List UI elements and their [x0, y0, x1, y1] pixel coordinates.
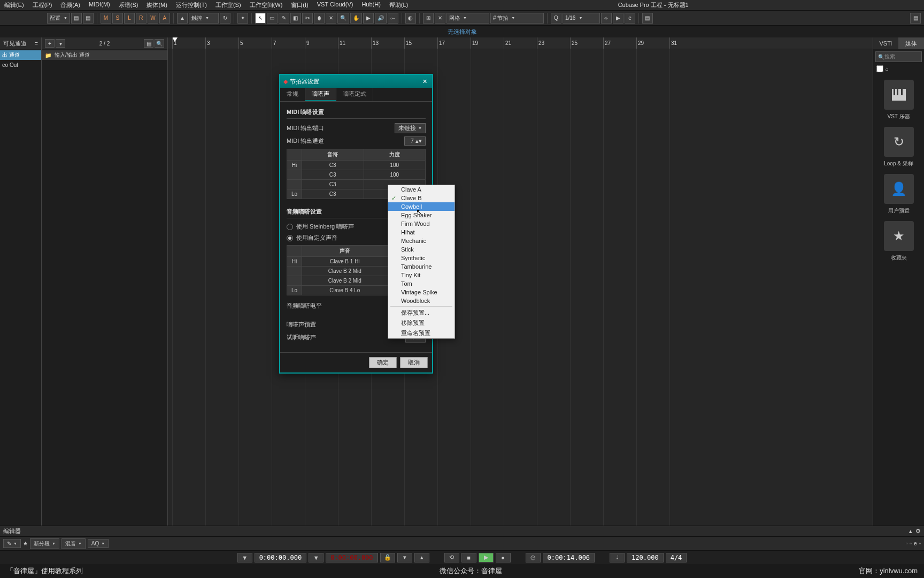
add-track-button[interactable]: +	[45, 39, 55, 48]
touch-dropdown[interactable]: 触控	[189, 13, 219, 24]
ctx-item-tambourine[interactable]: Tambourine	[388, 262, 455, 271]
cycle-button[interactable]: ⟲	[444, 553, 459, 562]
cell-sound[interactable]: Clave B 2 Mid	[302, 276, 388, 286]
tool-play[interactable]: ▶	[363, 13, 374, 24]
menu-project[interactable]: 工程(P)	[33, 1, 52, 9]
tool-dd[interactable]: ✎	[3, 539, 21, 548]
midi-channel-spinner[interactable]: 7 ▴▾	[404, 136, 426, 146]
lz-icon-2[interactable]: ▫	[910, 541, 912, 546]
punch-btn-2[interactable]: ▴	[414, 553, 429, 562]
dialog-titlebar[interactable]: ◆ 节拍器设置 ✕	[280, 75, 432, 88]
ctx-item-tiny-kit[interactable]: Tiny Kit	[388, 271, 455, 279]
channel-item[interactable]: eo Out	[0, 60, 41, 70]
ctx-item-tom[interactable]: Tom	[388, 279, 455, 288]
solo-button[interactable]: S	[112, 13, 123, 24]
menu-studio[interactable]: 工作室(S)	[215, 1, 241, 9]
tool-undo[interactable]: ↻	[220, 13, 230, 24]
tab-click-sounds[interactable]: 嘀嗒声	[305, 88, 336, 101]
left-locator[interactable]: 0:00:00.000	[255, 553, 306, 562]
media-search[interactable]: 🔍 搜索	[875, 51, 922, 62]
ok-button[interactable]: 确定	[369, 357, 397, 368]
track-view-button[interactable]: ▤	[144, 39, 153, 48]
record-button[interactable]: ●	[496, 553, 511, 562]
stop-transport-button[interactable]: ■	[461, 553, 476, 562]
toolbar-icon-2[interactable]: ▤	[83, 13, 94, 24]
a-button[interactable]: A	[159, 13, 170, 24]
cell-note[interactable]: C3	[302, 180, 364, 189]
ctx-rename-preset[interactable]: 重命名预置	[388, 328, 455, 338]
tool-split[interactable]: ✂	[302, 13, 313, 24]
aq-button[interactable]: AQ	[88, 539, 109, 548]
punch-btn-1[interactable]: ▾	[397, 553, 412, 562]
time-display[interactable]: 0:00:14.006	[543, 553, 595, 562]
cancel-button[interactable]: 取消	[400, 357, 428, 368]
tab-general[interactable]: 常规	[280, 88, 305, 101]
media-home-check[interactable]	[876, 65, 883, 72]
tool-pointer[interactable]: ↖	[255, 13, 266, 24]
cell-velocity[interactable]: 100	[364, 170, 426, 180]
track-search-button[interactable]: 🔍	[155, 39, 164, 48]
punch-in-icon[interactable]: 🔒	[380, 553, 395, 562]
cell-sound[interactable]: Clave B 4 Lo	[302, 286, 388, 295]
tool-glue[interactable]: ⬮	[314, 13, 325, 24]
menu-edit[interactable]: 编辑(E)	[4, 1, 24, 9]
track-row-io[interactable]: 📁 输入/输出 通道	[42, 50, 167, 60]
punch-dd[interactable]: 新分段	[30, 538, 59, 549]
automation-icon[interactable]: ▲	[177, 13, 188, 24]
tool-zoom[interactable]: 🔍	[337, 13, 349, 24]
cell-note[interactable]: C3	[302, 189, 364, 199]
tempo-icon[interactable]: ♩	[610, 553, 625, 562]
grid-dropdown[interactable]: 网格	[446, 13, 489, 24]
ctx-item-woodblock[interactable]: Woodblock	[388, 296, 455, 305]
menu-help[interactable]: 帮助(L)	[389, 1, 408, 9]
ctx-item-mechanic[interactable]: Mechanic	[388, 237, 455, 245]
layout-btn[interactable]: ▤	[642, 13, 653, 24]
block-favorites[interactable]: ★ 收藏夹	[875, 221, 922, 262]
config-dropdown[interactable]: 配置	[47, 13, 70, 24]
tool-mute[interactable]: ✕	[326, 13, 336, 24]
write-button[interactable]: W	[148, 13, 158, 24]
read-button[interactable]: R	[136, 13, 147, 24]
tool-hand[interactable]: ✋	[350, 13, 362, 24]
editor-expand-icon[interactable]: ▴	[909, 528, 912, 535]
menu-vstcloud[interactable]: VST Cloud(V)	[317, 1, 353, 9]
listen-button[interactable]: L	[124, 13, 135, 24]
block-loops[interactable]: ↻ Loop & 采样	[875, 127, 922, 168]
mix-dd[interactable]: 混音	[61, 538, 86, 549]
mute-button[interactable]: M	[101, 13, 111, 24]
beat-dropdown[interactable]: # 节拍	[490, 13, 544, 24]
ctx-item-synthetic[interactable]: Synthetic	[388, 254, 455, 262]
cell-note[interactable]: C3	[302, 161, 364, 170]
right-locator[interactable]: 0:00:00.000	[326, 553, 378, 562]
tempo-display[interactable]: 120.000	[627, 553, 664, 562]
marker-left-icon[interactable]: ▼	[237, 553, 252, 562]
block-vst-instruments[interactable]: VST 乐器	[875, 80, 922, 120]
ctx-item-clave-a[interactable]: Clave A	[388, 185, 455, 194]
close-button[interactable]: ✕	[420, 77, 429, 86]
ctx-item-cowbell[interactable]: Cowbell	[388, 202, 455, 211]
snap-toggle[interactable]: ⊞	[423, 13, 434, 24]
ctx-item-stick[interactable]: Stick	[388, 245, 455, 254]
snap-cross[interactable]: ✕	[435, 13, 445, 24]
midi-port-dropdown[interactable]: 未链接	[395, 123, 426, 133]
menu-media[interactable]: 媒体(M)	[147, 1, 167, 9]
play-button[interactable]: ▶	[479, 553, 494, 562]
lz-icon-3[interactable]: e	[914, 541, 917, 546]
tool-draw[interactable]: ✎	[279, 13, 289, 24]
tool-warp[interactable]: ⟜	[388, 13, 398, 24]
ruler[interactable]: 1 3 5 7 9 11 13 15 17 19 21 23 25 27 29 …	[168, 37, 873, 49]
time-sig[interactable]: 4/4	[666, 553, 687, 562]
editor-settings-icon[interactable]: ⚙	[915, 528, 921, 535]
tab-media[interactable]: 媒体	[899, 37, 925, 49]
home-icon[interactable]: ⌂	[886, 66, 889, 72]
ctx-save-preset[interactable]: 保存预置...	[388, 308, 455, 318]
cell-sound[interactable]: Clave B 1 Hi	[302, 257, 388, 267]
marker-right-icon[interactable]: ▼	[309, 553, 324, 562]
time-mode-icon[interactable]: ◷	[526, 553, 541, 562]
cell-note[interactable]: C3	[302, 170, 364, 180]
cell-velocity[interactable]: 100	[364, 161, 426, 170]
q-btn-2[interactable]: ▶	[613, 13, 623, 24]
tool-color[interactable]: ◐	[405, 13, 416, 24]
arrange-area[interactable]: 1 3 5 7 9 11 13 15 17 19 21 23 25 27 29 …	[168, 37, 873, 530]
q-btn-3[interactable]: e	[625, 13, 635, 24]
